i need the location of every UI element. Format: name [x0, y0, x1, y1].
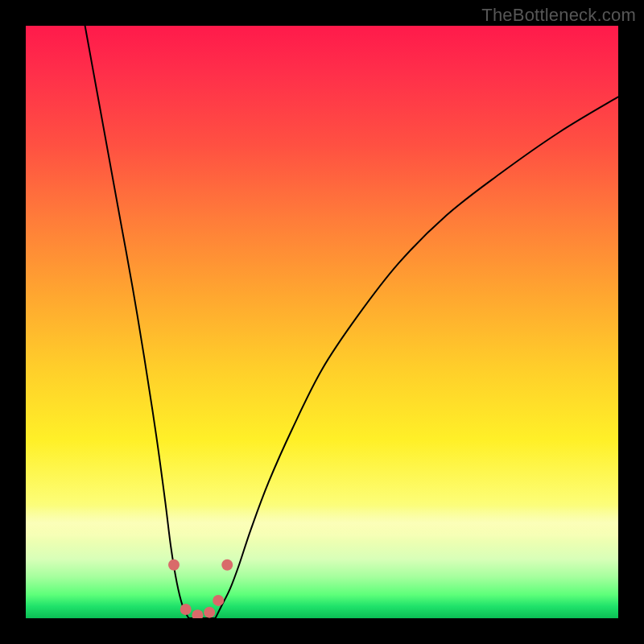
bottleneck-curve — [85, 26, 618, 618]
curve-layer — [26, 26, 618, 618]
highlight-point — [204, 607, 215, 618]
curve-right-branch — [216, 97, 618, 618]
watermark-text: TheBottleneck.com — [481, 5, 636, 26]
highlight-point — [213, 595, 224, 606]
highlight-point — [180, 604, 192, 615]
highlight-point — [192, 609, 203, 618]
highlight-point — [221, 559, 233, 571]
highlight-point — [168, 559, 180, 571]
chart-frame: TheBottleneck.com — [0, 0, 644, 644]
curve-left-branch — [85, 26, 189, 618]
plot-area — [26, 26, 618, 618]
